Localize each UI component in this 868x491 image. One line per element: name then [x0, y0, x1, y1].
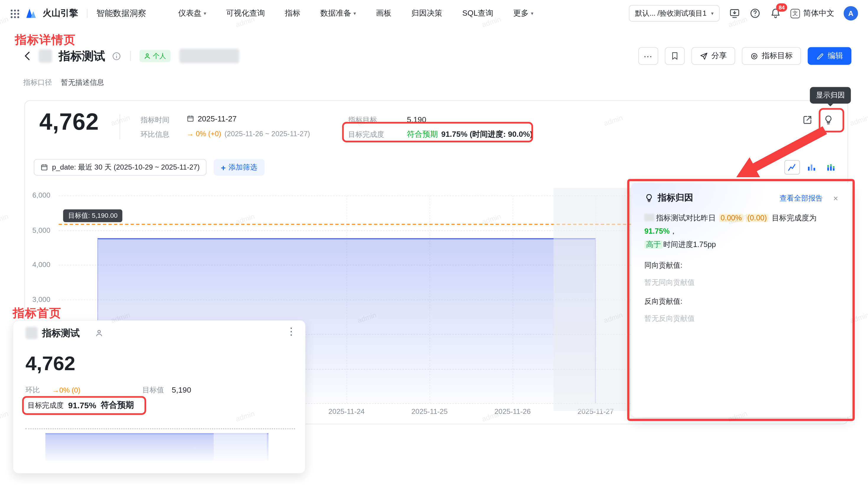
- description-label: 指标口径: [23, 78, 52, 88]
- redacted-inline-chip: [645, 214, 655, 221]
- volcengine-logo-icon: [25, 7, 37, 19]
- nav-more[interactable]: 更多▾: [513, 8, 533, 18]
- close-icon[interactable]: ×: [833, 193, 838, 203]
- annotation-detail-page-label: 指标详情页: [15, 32, 76, 48]
- nav-attribution[interactable]: 归因决策: [411, 8, 442, 18]
- nav-metrics[interactable]: 指标: [285, 8, 301, 18]
- mini-target-line: [25, 428, 295, 429]
- line-chart-icon: [788, 163, 797, 171]
- watermark-text: admin: [0, 212, 9, 226]
- metric-time-text: 2025-11-27: [197, 114, 237, 123]
- person-icon: [95, 329, 103, 337]
- metric-current-value: 4,762: [39, 109, 99, 135]
- mini-target-label: 目标值: [142, 385, 164, 395]
- mini-completion-value: 91.75%: [68, 401, 96, 410]
- chart-type-switcher: [784, 160, 839, 175]
- caret-down-icon: ▾: [711, 11, 713, 16]
- mini-completion-status: 符合预期: [101, 400, 134, 411]
- bookmark-button[interactable]: [665, 47, 685, 65]
- target-label: 指标目标: [348, 115, 377, 125]
- language-label: 简体中文: [803, 8, 834, 18]
- wow-label: 环比信息: [141, 130, 169, 140]
- description-value: 暂无描述信息: [61, 78, 104, 88]
- edit-button[interactable]: 编辑: [808, 47, 851, 65]
- language-switcher[interactable]: 文 简体中文: [790, 8, 834, 18]
- page-title: 指标测试: [59, 48, 105, 64]
- date-filter[interactable]: p_date: 最近 30 天 (2025-10-29 ~ 2025-11-27…: [34, 159, 206, 175]
- view-full-report-link[interactable]: 查看全部报告: [779, 193, 823, 203]
- chart-type-bar-button[interactable]: [804, 160, 819, 175]
- translate-icon: 文: [790, 8, 800, 18]
- y-tick-label: 5,000: [26, 226, 51, 234]
- nav-data-prep[interactable]: 数据准备▾: [320, 8, 356, 18]
- attr-text-prefix: 指标测试对比昨日: [656, 214, 718, 222]
- date-filter-label: p_date: 最近 30 天 (2025-10-29 ~ 2025-11-27…: [52, 162, 199, 172]
- mini-completion-label: 目标完成度: [28, 400, 64, 410]
- y-tick-label: 3,000: [26, 295, 51, 303]
- metric-time-value: 2025-11-27: [187, 114, 237, 123]
- y-tick-label: 4,000: [26, 260, 51, 268]
- x-tick-label: 2025-11-25: [411, 407, 448, 415]
- nav-visual-query[interactable]: 可视化查询: [226, 8, 265, 18]
- show-attribution-lightbulb-icon[interactable]: [821, 113, 836, 127]
- desktop-app-icon[interactable]: [729, 8, 740, 19]
- nav-label: SQL查询: [462, 8, 493, 18]
- kebab-menu-icon[interactable]: ⋮: [286, 325, 296, 337]
- help-icon[interactable]: [750, 8, 761, 19]
- metric-goal-button[interactable]: 指标目标: [742, 47, 801, 65]
- positive-contribution-empty: 暂无同向贡献值: [645, 278, 838, 287]
- header-actions: ⋯ 分享 指标目标 编: [638, 47, 851, 65]
- add-filter-button[interactable]: + 添加筛选: [214, 159, 265, 175]
- page-header: 指标测试 个人 ⋯ 分享: [22, 47, 851, 65]
- bookmark-icon: [671, 51, 679, 60]
- chart-type-line-button[interactable]: [784, 160, 800, 175]
- wow-value: → 0% (+0) (2025-11-26 ~ 2025-11-27): [187, 130, 310, 138]
- redacted-header-block: [180, 49, 240, 63]
- y-tick-label: 6,000: [26, 191, 51, 199]
- attribution-header: 指标归因 查看全部报告 ×: [645, 192, 838, 204]
- more-actions-button[interactable]: ⋯: [638, 47, 658, 65]
- divider: [87, 9, 87, 18]
- hovered-column-highlight: [554, 188, 638, 411]
- nav-canvas[interactable]: 画板: [376, 8, 392, 18]
- mini-completion-row: 目标完成度 91.75% 符合预期: [28, 400, 134, 411]
- owner-badge: 个人: [140, 50, 170, 62]
- add-filter-label: 添加筛选: [228, 162, 257, 172]
- mini-card-stats-row: 环比 →0% (0) 目标值 5,190: [25, 385, 293, 395]
- divider: [130, 51, 131, 61]
- nav-dashboard[interactable]: 仪表盘▾: [178, 8, 206, 18]
- metric-time-label: 指标时间: [141, 115, 169, 125]
- completion-percent: 91.75% (时间进度: 90.0%): [441, 130, 532, 140]
- mini-card-title: 指标测试: [42, 327, 80, 340]
- product-name: 智能数据洞察: [96, 8, 146, 19]
- chart-type-stacked-button[interactable]: [823, 160, 839, 175]
- notification-bell-icon[interactable]: 84: [770, 8, 781, 19]
- nav-label: 数据准备: [320, 8, 351, 18]
- watermark-text: admin: [849, 113, 868, 127]
- person-icon: [144, 53, 151, 59]
- navbar-right: 默认... /验收测试项目1 ▾ 84 文 简体中文 A: [629, 5, 858, 22]
- lightbulb-icon: [645, 193, 654, 203]
- app-screen: 火山引擎 智能数据洞察 仪表盘▾ 可视化查询 指标 数据准备▾ 画板 归因决策 …: [0, 0, 868, 491]
- mini-wow-value: →0% (0): [52, 386, 80, 394]
- external-link-icon[interactable]: [800, 113, 814, 127]
- target-icon: [750, 52, 758, 60]
- completion-status: 符合预期: [407, 130, 438, 140]
- redacted-metric-icon: [39, 49, 52, 63]
- annotation-home-page-label: 指标首页: [13, 305, 61, 321]
- wow-range: (2025-11-26 ~ 2025-11-27): [224, 130, 310, 138]
- project-selector[interactable]: 默认... /验收测试项目1 ▾: [629, 5, 719, 22]
- waffle-menu-icon[interactable]: [10, 8, 20, 18]
- share-button[interactable]: 分享: [691, 47, 735, 65]
- metric-home-card[interactable]: 指标测试 ⋮ 4,762 环比 →0% (0) 目标值 5,190 目标完成度 …: [13, 320, 306, 473]
- nav-label: 画板: [376, 8, 392, 18]
- attr-completion-percent: 91.75%: [645, 227, 670, 235]
- info-icon[interactable]: [112, 51, 121, 61]
- edit-icon: [816, 52, 824, 60]
- nav-label: 更多: [513, 8, 529, 18]
- notification-count-badge: 84: [776, 3, 787, 11]
- nav-sql-query[interactable]: SQL查询: [462, 8, 493, 18]
- user-avatar[interactable]: A: [844, 6, 858, 21]
- back-icon[interactable]: [22, 51, 33, 62]
- edit-button-label: 编辑: [828, 51, 843, 61]
